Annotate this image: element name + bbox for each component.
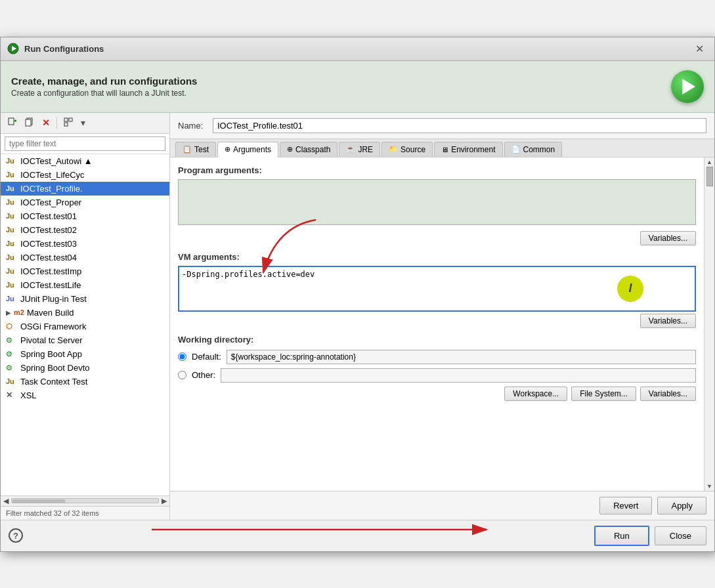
config-name-input[interactable] [213, 118, 706, 133]
other-radio-row: Other: [178, 368, 696, 383]
spring-icon: ⊙ [6, 350, 16, 358]
default-radio[interactable] [178, 352, 186, 361]
filter-input[interactable] [5, 136, 165, 151]
vm-args-section: VM arguments: -Dspring.profiles.active=d… [178, 252, 696, 328]
list-item[interactable]: ⊙ Spring Boot Devto [1, 361, 169, 375]
vm-args-wrapper: -Dspring.profiles.active=dev I [178, 266, 696, 314]
tab-test[interactable]: 📋 Test [175, 142, 216, 157]
source-tab-icon: 📁 [389, 145, 398, 154]
other-dir-input[interactable] [221, 368, 696, 383]
item-label: Spring Boot App [20, 349, 82, 359]
program-args-textarea[interactable] [178, 179, 696, 225]
group-item-maven[interactable]: ▶ m2 Maven Build [1, 306, 169, 320]
list-item[interactable]: ✕ XSL [1, 388, 169, 402]
run-button[interactable]: Run [594, 526, 649, 546]
new-config-button[interactable] [5, 116, 20, 131]
tab-classpath-label: Classpath [295, 145, 330, 154]
list-item[interactable]: Ju Task Context Test [1, 375, 169, 388]
tab-classpath[interactable]: ⊕ Classpath [280, 142, 337, 157]
close-dialog-button[interactable]: Close [655, 526, 706, 545]
scroll-left-btn[interactable]: ◀ [3, 497, 9, 505]
main-content: ✕ ▾ Ju IOCTest_Autowi ▲ Ju IOCTest_LifeC… [1, 113, 714, 520]
tab-arguments[interactable]: ⊕ Arguments [217, 142, 278, 158]
tab-source[interactable]: 📁 Source [381, 142, 433, 157]
list-item[interactable]: Ju IOCTest_Proper [1, 196, 169, 209]
list-item[interactable]: Ju IOCTest_LifeCyc [1, 168, 169, 182]
list-item[interactable]: Ju IOCTest.test04 [1, 251, 169, 264]
list-item-selected[interactable]: Ju IOCTest_Profile. [1, 182, 169, 196]
default-radio-label: Default: [192, 352, 221, 362]
list-item[interactable]: ⬡ OSGi Framework [1, 320, 169, 333]
item-label: IOCTest_Profile. [20, 184, 83, 194]
item-label: IOCTest_LifeCyc [20, 170, 85, 180]
tab-environment[interactable]: 🖥 Environment [434, 142, 502, 157]
jre-tab-icon: ☕ [346, 145, 355, 154]
vm-args-variables-button[interactable]: Variables... [640, 314, 696, 328]
tab-environment-label: Environment [451, 145, 495, 154]
list-item[interactable]: Ju IOCTest.testLife [1, 278, 169, 292]
program-args-btn-row: Variables... [178, 231, 696, 245]
item-label: Spring Boot Devto [20, 363, 90, 373]
name-row: Name: [170, 113, 714, 139]
window-close-button[interactable]: ✕ [691, 41, 708, 56]
default-dir-input[interactable] [227, 350, 696, 364]
common-tab-icon: 📄 [511, 145, 521, 154]
tab-common[interactable]: 📄 Common [504, 142, 563, 157]
run-configurations-dialog: Run Configurations ✕ Create, manage, and… [0, 37, 715, 552]
list-item[interactable]: Ju IOCTest.test03 [1, 237, 169, 251]
svg-rect-7 [64, 118, 68, 121]
tab-arguments-label: Arguments [233, 145, 271, 154]
list-item[interactable]: Ju IOCTest.testImp [1, 264, 169, 278]
other-radio[interactable] [178, 371, 186, 379]
list-item[interactable]: Ju IOCTest_Autowi ▲ [1, 154, 169, 168]
revert-button[interactable]: Revert [599, 497, 652, 514]
svg-rect-6 [26, 119, 31, 126]
filesystem-button[interactable]: File System... [571, 387, 636, 401]
list-item[interactable]: Ju JUnit Plug-in Test [1, 292, 169, 306]
scroll-down-btn[interactable]: ▼ [706, 483, 712, 490]
junit-icon: Ju [6, 226, 16, 234]
vm-args-label: VM arguments: [178, 252, 696, 262]
environment-tab-icon: 🖥 [441, 146, 448, 154]
junit-icon: Ju [6, 157, 16, 165]
spring-icon: ⊙ [6, 364, 16, 372]
dir-variables-button[interactable]: Variables... [640, 387, 696, 401]
junit-icon: Ju [6, 212, 16, 220]
maven-icon: m2 [14, 308, 24, 316]
list-item[interactable]: Ju IOCTest.test01 [1, 209, 169, 223]
dialog-footer: ? Run Close [1, 520, 714, 551]
scroll-right-btn[interactable]: ▶ [162, 497, 167, 505]
osgi-icon: ⬡ [6, 322, 16, 331]
vm-args-textarea[interactable]: -Dspring.profiles.active=dev [178, 266, 696, 312]
apply-button[interactable]: Apply [657, 497, 706, 514]
copy-config-button[interactable] [22, 116, 37, 131]
scroll-up-btn[interactable]: ▲ [706, 159, 712, 165]
workspace-button[interactable]: Workspace... [504, 387, 567, 401]
help-button[interactable]: ? [9, 528, 23, 543]
sidebar-footer: Filter matched 32 of 32 items [1, 506, 169, 520]
junit-icon: Ju [6, 253, 16, 261]
junit-icon: Ju [6, 240, 16, 247]
collapse-all-button[interactable] [60, 116, 76, 131]
junit-icon: Ju [6, 198, 16, 206]
sidebar-list: Ju IOCTest_Autowi ▲ Ju IOCTest_LifeCyc J… [1, 154, 169, 495]
header-text: Create, manage, and run configurations C… [11, 75, 197, 98]
tab-jre[interactable]: ☕ JRE [339, 142, 380, 157]
list-item[interactable]: ⊙ Pivotal tc Server [1, 333, 169, 347]
tab-jre-label: JRE [358, 145, 373, 154]
filter-button[interactable]: ▾ [77, 116, 89, 130]
delete-config-button[interactable]: ✕ [39, 116, 53, 130]
item-label: Pivotal tc Server [20, 335, 83, 345]
item-label: IOCTest.test02 [20, 225, 77, 235]
working-dir-section: Working directory: Default: Other: [178, 335, 696, 401]
list-item[interactable]: ⊙ Spring Boot App [1, 347, 169, 361]
title-bar-left: Run Configurations [7, 43, 104, 54]
filter-box [1, 134, 169, 154]
expand-arrow-icon: ▶ [6, 309, 11, 316]
filter-status: Filter matched 32 of 32 items [6, 509, 99, 517]
program-args-label: Program arguments: [178, 165, 696, 175]
junit-icon: Ju [6, 171, 16, 178]
list-item[interactable]: Ju IOCTest.test02 [1, 223, 169, 237]
sidebar-scrollbar[interactable]: ◀ ▶ [1, 495, 169, 506]
program-args-variables-button[interactable]: Variables... [640, 231, 696, 245]
